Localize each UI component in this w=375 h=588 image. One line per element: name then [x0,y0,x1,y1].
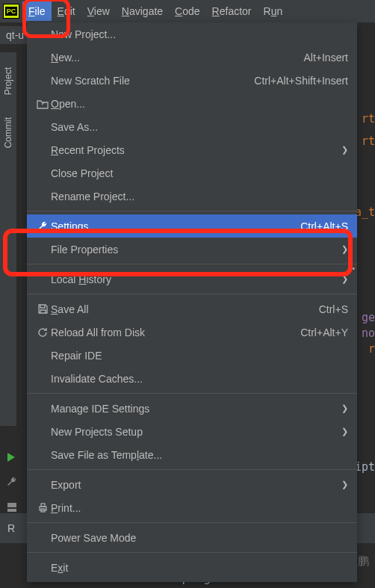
tool-window-tabs: Project Commit [0,52,16,426]
menu-item-label: Power Save Mode [51,532,136,544]
menu-item-save-file-as-template[interactable]: Save File as Template... [27,443,357,466]
menu-separator [27,294,357,294]
chevron-right-icon: ❯ [338,480,348,489]
wrench-tool-icon[interactable] [6,476,24,488]
wrench-icon [34,220,51,232]
menu-item-local-history[interactable]: Local History❯• [27,267,357,291]
run-panel-label: R [7,522,15,534]
menu-item-label: Close Project [51,167,113,179]
bg-code-token: rt [362,134,375,148]
app-icon: PC [3,4,19,19]
menu-item-repair-ide[interactable]: Repair IDE [27,344,357,367]
menu-item-label: Invalidate Caches... [51,373,143,385]
menu-item-label: Save As... [51,121,98,133]
menu-item-close-project[interactable]: Close Project [27,161,357,185]
menu-separator [27,264,357,264]
tool-icon[interactable] [6,501,24,513]
chevron-right-icon: ❯ [338,145,348,155]
bg-code-token: ge [362,311,375,324]
menu-item-shortcut: Alt+Insert [303,52,348,64]
menu-item-invalidate-caches[interactable]: Invalidate Caches... [27,367,357,390]
menu-item-shortcut: Ctrl+Alt+Y [300,327,348,338]
bg-code-token: a_t [355,205,375,219]
breadcrumb[interactable]: qt-u [0,26,30,44]
menu-code[interactable]: Code [169,1,205,21]
menu-item-label: Manage IDE Settings [51,403,149,415]
menu-item-label: Export [51,479,81,491]
svg-rect-4 [7,503,16,507]
menu-item-label: Rename Project... [51,191,134,202]
chevron-right-icon: ❯ [338,244,348,254]
svg-rect-1 [41,504,45,507]
menu-bar: PC FileEditViewNavigateCodeRefactorRun [0,0,375,22]
menu-item-label: New... [51,52,80,64]
menu-item-exit[interactable]: Exit [27,556,357,579]
menu-file[interactable]: File [22,1,52,21]
save-icon [34,303,51,315]
bg-code-token: r [368,342,375,356]
bg-code-token: rt [362,112,375,126]
tool-tab-commit[interactable]: Commit [3,117,13,148]
menu-refactor[interactable]: Refactor [206,1,258,21]
menu-item-power-save-mode[interactable]: Power Save Mode [27,526,357,549]
app-icon-label: PC [5,7,18,16]
file-menu-dropdown: New Project...New...Alt+InsertNew Scratc… [27,22,357,582]
print-icon [34,502,51,513]
update-dot-icon: • [352,264,355,273]
menu-item-manage-ide-settings[interactable]: Manage IDE Settings❯ [27,397,357,420]
menu-item-label: Open... [51,98,85,110]
menu-item-label: Exit [51,562,68,574]
menu-item-new[interactable]: New...Alt+Insert [27,46,357,69]
menu-edit[interactable]: Edit [52,1,81,21]
menu-item-settings[interactable]: Settings...Ctrl+Alt+S [27,214,357,238]
menu-item-label: New Project... [51,28,116,40]
menu-item-file-properties[interactable]: File Properties❯ [27,238,357,261]
chevron-right-icon: ❯ [338,427,348,436]
menu-item-print[interactable]: Print... [27,496,357,519]
menu-item-recent-projects[interactable]: Recent Projects❯ [27,138,357,161]
menu-item-label: Reload All from Disk [51,327,145,338]
menu-separator [27,552,357,553]
menu-item-label: Save File as Template... [51,449,162,461]
menu-item-new-projects-setup[interactable]: New Projects Setup❯ [27,420,357,443]
menu-item-label: Recent Projects [51,144,125,156]
svg-rect-3 [7,509,16,512]
menu-item-label: New Scratch File [51,75,130,87]
menu-view[interactable]: View [81,1,116,21]
menu-separator [27,522,357,523]
folder-icon [34,99,51,109]
menu-item-label: Print... [51,502,81,514]
menu-item-new-project[interactable]: New Project... [27,22,357,46]
menu-item-shortcut: Ctrl+Alt+S [300,220,348,232]
menu-item-save-as[interactable]: Save As... [27,115,357,138]
menu-separator [27,393,357,394]
menu-item-label: Repair IDE [51,350,102,362]
menu-run[interactable]: Run [258,1,289,21]
menu-item-open[interactable]: Open... [27,92,357,115]
menu-separator [27,469,357,470]
menu-navigate[interactable]: Navigate [116,1,169,21]
chevron-right-icon: ❯ [338,403,348,413]
left-tool-strip [0,452,24,513]
menu-item-rename-project[interactable]: Rename Project... [27,185,357,208]
menu-separator [27,211,357,211]
chevron-right-icon: ❯ [338,274,348,284]
menu-item-label: File Properties [51,244,118,256]
menu-item-export[interactable]: Export❯ [27,473,357,496]
tool-tab-project[interactable]: Project [3,67,13,95]
menu-item-shortcut: Ctrl+S [319,303,348,315]
reload-icon [34,327,51,338]
menu-item-label: Save All [51,303,89,315]
menu-item-new-scratch-file[interactable]: New Scratch FileCtrl+Alt+Shift+Insert [27,69,357,92]
menu-item-reload-all-from-disk[interactable]: Reload All from DiskCtrl+Alt+Y [27,321,357,344]
menu-item-label: Local History [51,273,111,285]
menu-item-label: Settings... [51,220,97,232]
bg-code-token: ipt [355,460,375,474]
menu-item-save-all[interactable]: Save AllCtrl+S [27,297,357,321]
menu-item-label: New Projects Setup [51,426,143,438]
run-icon[interactable] [6,452,24,462]
bg-code-token: no [362,327,375,340]
menu-item-shortcut: Ctrl+Alt+Shift+Insert [254,75,348,87]
